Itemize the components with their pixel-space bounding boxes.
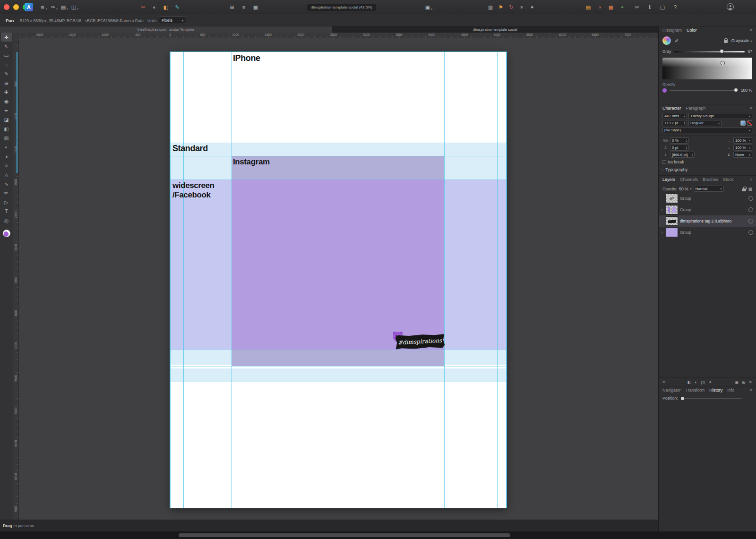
red-eye-tool[interactable]: ◉ (0, 97, 13, 106)
smudge-tool[interactable]: ∿ (0, 179, 13, 188)
develop-persona-icon[interactable]: ◐ (151, 3, 158, 11)
document-tab-active[interactable]: dimspiration-template-social (332, 26, 658, 33)
layer-effects-icon[interactable]: ƒx (701, 380, 705, 385)
dodge-tool[interactable]: ◐ (0, 143, 13, 152)
scrollbar-thumb[interactable] (179, 533, 510, 537)
no-break-checkbox[interactable] (662, 160, 666, 164)
new-layer-icon[interactable]: ▣ (734, 380, 739, 385)
guide-line[interactable] (506, 52, 507, 508)
gradient-cursor[interactable] (721, 61, 724, 65)
tab-navigator[interactable]: Navigator (662, 388, 681, 393)
vertical-scale-field[interactable]: 100 % ▴▾ (733, 145, 752, 151)
layer-visibility-toggle[interactable] (748, 196, 753, 201)
stepper-icon[interactable]: ▴▾ (683, 121, 685, 125)
tab-paragraph[interactable]: Paragraph (686, 106, 706, 111)
account-icon[interactable] (727, 3, 734, 10)
snapping-icon[interactable]: ⊞ (228, 3, 236, 11)
guide-line[interactable] (170, 156, 507, 156)
layer-row[interactable]: ›Group (659, 227, 756, 238)
liquify-persona-icon[interactable]: ✂ (139, 3, 147, 11)
tab-layers[interactable]: Layers (662, 177, 675, 182)
units-dropdown[interactable]: Pixels ▾ (159, 17, 186, 24)
gray-gradient-picker[interactable] (662, 58, 752, 79)
baseline-field[interactable]: 0 pt ▴▾ (670, 145, 689, 151)
tab-character[interactable]: Character (662, 106, 681, 111)
artboard[interactable]: iPhone Standard Instagram widescreen /Fa… (170, 52, 507, 508)
brush-panel-icon[interactable]: ✑ (49, 3, 57, 11)
eyedropper-icon[interactable]: ✐ (675, 38, 679, 43)
layer-row[interactable]: ›Group (659, 204, 756, 215)
panel-menu-icon[interactable]: ≡ (750, 106, 752, 111)
stepper-icon[interactable]: ▴▾ (748, 146, 750, 150)
fill-tool[interactable]: ◧ (0, 124, 13, 133)
symbols-panel-icon[interactable]: ◫ (70, 3, 77, 11)
layer-row[interactable]: Group (659, 193, 756, 204)
auto-levels-icon[interactable]: ▤ (584, 3, 592, 11)
guide-line[interactable] (170, 350, 507, 350)
layer-options-icon[interactable]: ≡ (662, 380, 665, 385)
tab-color[interactable]: Color (687, 28, 697, 33)
blur-tool[interactable]: ○ (0, 161, 13, 170)
font-name-dropdown[interactable]: Thirsty Rough ▾ (688, 113, 752, 119)
close-window-button[interactable] (4, 4, 9, 10)
panel-menu-icon[interactable]: ≡ (750, 178, 752, 182)
font-filter-dropdown[interactable]: All Fonts ▾ (662, 113, 687, 119)
stepper-icon[interactable]: ▴▾ (691, 153, 693, 157)
selection-brush-tool[interactable]: ✎ (0, 69, 13, 78)
document-tab-inactive[interactable]: theelfinspires.com - avatar Template (0, 26, 332, 33)
stamp-panel-icon[interactable]: ▤ (60, 3, 67, 11)
history-position-handle[interactable] (681, 397, 684, 400)
current-color-dot[interactable] (662, 88, 667, 93)
stepper-icon[interactable]: ▴▾ (685, 139, 687, 143)
flag-icon[interactable]: ⚑ (497, 3, 505, 11)
tab-channels[interactable]: Channels (680, 177, 698, 182)
auto-contrast-icon[interactable]: ◑ (596, 3, 603, 11)
horizontal-scrollbar[interactable] (0, 531, 756, 539)
dropdown-icon[interactable]: ▾ (518, 3, 525, 11)
stepper-icon[interactable]: ▴▾ (685, 146, 687, 150)
history-position-slider[interactable] (681, 398, 742, 399)
tab-brushes[interactable]: Brushes (703, 177, 718, 182)
layer-name[interactable]: dimspirations tag 2.0.afphoto (680, 219, 747, 223)
sliders-icon[interactable]: ≋ (39, 3, 46, 11)
canvas-viewport[interactable]: iPhone Standard Instagram widescreen /Fa… (19, 38, 658, 520)
guide-line[interactable] (232, 52, 232, 508)
opacity-slider[interactable] (670, 90, 738, 91)
guide-line[interactable] (183, 52, 184, 508)
new-group-icon[interactable]: ⊞ (742, 380, 746, 385)
leading-field[interactable]: [866.6 pt] ▴▾ (670, 152, 695, 158)
guide-line[interactable] (170, 382, 507, 382)
layer-thumbnail[interactable] (666, 194, 678, 203)
layer-thumbnail[interactable] (666, 205, 678, 214)
layer-name[interactable]: Group (680, 207, 747, 212)
color-wheel-icon[interactable] (662, 36, 671, 45)
mask-layer-icon[interactable]: ◧ (687, 380, 692, 385)
gray-slider-handle[interactable] (720, 49, 724, 53)
guides-icon[interactable]: ▦ (252, 3, 259, 11)
guide-line[interactable] (170, 180, 507, 180)
disclosure-icon[interactable]: › (660, 230, 664, 235)
comment-icon[interactable]: ✦ (528, 3, 536, 11)
sharpen-tool[interactable]: △ (0, 170, 13, 179)
move-tool[interactable]: ↖ (0, 42, 13, 51)
layer-visibility-toggle[interactable] (748, 207, 753, 212)
colorspace-dropdown[interactable]: Grayscale ▾ (731, 38, 752, 43)
assistant-icon[interactable]: ≡ (240, 3, 248, 11)
panel-menu-icon[interactable]: ≡ (750, 28, 752, 33)
layer-opacity-dropdown[interactable]: 50 % (679, 187, 688, 191)
adjustment-layer-icon[interactable]: ◐ (695, 380, 697, 385)
windows-icon[interactable]: ▢ (659, 3, 666, 11)
blend-mode-dropdown[interactable]: Normal ▾ (694, 186, 724, 192)
text-tool[interactable]: T (0, 206, 13, 215)
layer-visibility-toggle[interactable] (748, 219, 753, 223)
paint-brush-tool[interactable]: ✒ (0, 106, 13, 115)
burn-tool[interactable]: ◑ (0, 152, 13, 161)
layer-name[interactable]: Group (680, 230, 747, 235)
layer-name[interactable]: Group (680, 196, 747, 201)
opacity-slider-handle[interactable] (734, 88, 738, 92)
font-style-dropdown[interactable]: Regular ▾ (688, 120, 722, 126)
tab-history[interactable]: History (709, 388, 722, 393)
tab-histogram[interactable]: Histogram (662, 28, 682, 33)
guide-line[interactable] (170, 143, 507, 143)
lasso-tool[interactable]: ◌ (0, 60, 13, 69)
